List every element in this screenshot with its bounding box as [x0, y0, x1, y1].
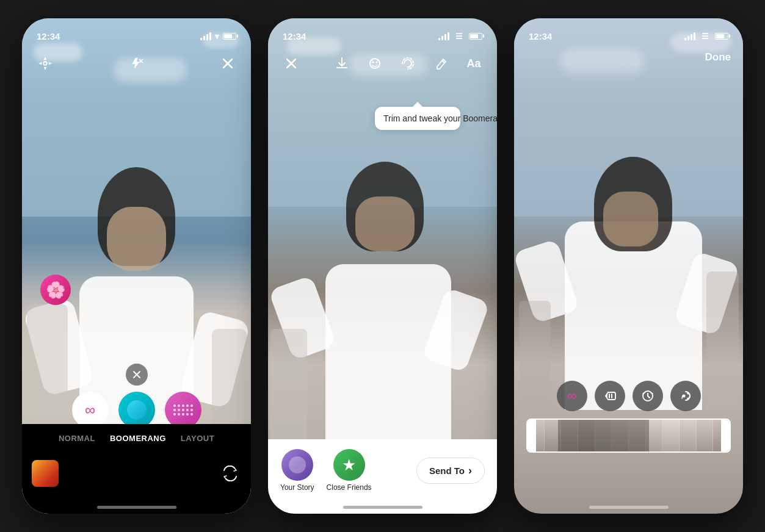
top-controls-1 [22, 45, 251, 82]
signal-icon-1 [200, 32, 211, 40]
your-story-option[interactable]: Your Story [280, 449, 314, 492]
boomerang-infinity-btn[interactable]: ∞ [72, 392, 109, 428]
close-icon-1[interactable] [217, 52, 239, 74]
infinity-loop-button[interactable]: ∞ [557, 381, 587, 411]
shutter-spacer [117, 451, 161, 495]
svg-point-10 [372, 62, 374, 63]
playback-options: ∞ [526, 381, 731, 411]
mode-selector: NORMAL BOOMERANG LAYOUT [22, 431, 251, 445]
close-friends-avatar: ★ [333, 449, 365, 481]
send-to-label: Send To [429, 466, 465, 476]
send-to-arrow: › [468, 464, 472, 477]
timeline-handle-right[interactable] [721, 420, 730, 451]
status-bar-1: 12:34 ▾ [22, 18, 251, 45]
gallery-thumbnail[interactable] [32, 460, 59, 487]
text-icon[interactable]: Aa [463, 52, 485, 74]
bottom-bar-1: NORMAL BOOMERANG LAYOUT [22, 424, 251, 514]
battery-icon-3 [715, 33, 728, 40]
your-story-avatar [281, 449, 313, 481]
phones-container: 12:34 ▾ [22, 18, 743, 514]
draw-icon[interactable] [430, 52, 452, 74]
story-options: Your Story ★ Close Friends [280, 449, 372, 492]
home-indicator-3 [589, 506, 669, 509]
time-2: 12:34 [283, 31, 306, 41]
status-bar-3: 12:34 ☰ [514, 18, 743, 45]
face-effects-icon[interactable] [364, 52, 386, 74]
close-friends-label: Close Friends [327, 483, 372, 492]
reverse-button[interactable] [595, 381, 625, 411]
slow-motion-button[interactable] [633, 381, 663, 411]
camera-bottom-row [22, 451, 251, 495]
send-to-button[interactable]: Send To › [416, 458, 485, 484]
close-friends-option[interactable]: ★ Close Friends [327, 449, 372, 492]
your-story-label: Your Story [280, 483, 314, 492]
done-button[interactable]: Done [705, 51, 731, 63]
top-right-icons-2: Aa [331, 52, 485, 74]
flip-camera-icon[interactable] [219, 462, 241, 484]
phone-1: 12:34 ▾ [22, 18, 251, 514]
battery-icon-2 [469, 33, 482, 40]
dismiss-options-button[interactable] [126, 364, 148, 386]
close-icon-2[interactable] [280, 52, 302, 74]
top-controls-2: Aa [268, 45, 497, 82]
signal-icon-2 [438, 32, 449, 40]
mode-layout[interactable]: LAYOUT [173, 431, 222, 445]
svg-point-11 [376, 62, 378, 63]
boomerang-speed-icon[interactable] [397, 52, 419, 74]
status-bar-2: 12:34 ☰ [268, 18, 497, 45]
status-icons-3: ☰ [684, 32, 728, 41]
boomerang-sparkle-btn[interactable] [165, 392, 201, 428]
wifi-icon-3: ☰ [702, 32, 709, 41]
svg-point-0 [43, 62, 47, 65]
edit-controls: ∞ [514, 381, 743, 453]
signal-icon-3 [684, 32, 695, 40]
home-indicator-1 [97, 506, 176, 509]
boomerang-gradient-btn[interactable] [118, 392, 155, 428]
boomerang-tooltip: Trim and tweak your Boomerang [375, 107, 460, 130]
time-3: 12:34 [529, 31, 552, 41]
flash-icon[interactable] [126, 52, 148, 74]
video-timeline[interactable] [526, 419, 731, 453]
status-icons-2: ☰ [438, 32, 482, 41]
wifi-icon-1: ▾ [215, 32, 219, 41]
share-panel: Your Story ★ Close Friends Send To › [268, 439, 497, 514]
wifi-icon-2: ☰ [455, 32, 463, 41]
timeline-frames [528, 420, 730, 451]
status-icons-1: ▾ [200, 32, 236, 41]
phone3-top-bar: Done [514, 45, 743, 70]
boomerang-options: ∞ [22, 392, 251, 428]
phone-2: 12:34 ☰ [268, 18, 497, 514]
echo-button[interactable] [670, 381, 701, 411]
home-indicator-2 [343, 506, 422, 509]
settings-icon[interactable] [34, 52, 56, 74]
flower-sticker[interactable]: 🌸 [40, 275, 71, 305]
timeline-handle-left[interactable] [528, 420, 536, 451]
battery-icon-1 [223, 33, 236, 40]
phone-3: 12:34 ☰ Done [514, 18, 743, 514]
time-1: 12:34 [37, 31, 60, 41]
download-icon[interactable] [331, 52, 353, 74]
mode-normal[interactable]: NORMAL [51, 431, 103, 445]
tooltip-text: Trim and tweak your Boomerang [383, 113, 497, 123]
mode-boomerang[interactable]: BOOMERANG [103, 431, 173, 445]
